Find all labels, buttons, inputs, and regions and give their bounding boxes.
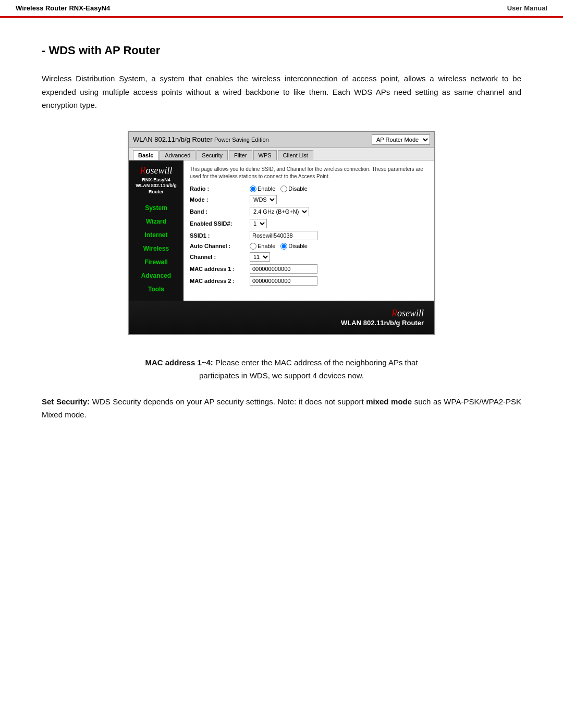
sidebar-item-advanced[interactable]: Advanced <box>129 269 183 282</box>
sidebar-item-internet[interactable]: Internet <box>129 229 183 241</box>
router-ui-body: Rosewill RNX-EasyN4 WLAN 802.11n/b/g Rou… <box>129 161 434 301</box>
router-ui-footer: Rosewill WLAN 802.11n/b/g Router <box>129 301 434 334</box>
auto-channel-label: Auto Channel : <box>190 243 250 249</box>
sidebar-item-wizard[interactable]: Wizard <box>129 215 183 228</box>
ssid1-value <box>250 231 428 240</box>
header-brand-prefix: Wireless Router <box>16 4 67 12</box>
channel-value: 11 <box>250 252 428 262</box>
tab-security[interactable]: Security <box>197 150 228 160</box>
form-row-radio: Radio : Enable Disable <box>190 186 428 192</box>
header-manual-label: User Manual <box>507 4 547 12</box>
tab-filter[interactable]: Filter <box>229 150 252 160</box>
ssid-num-value: 1 <box>250 219 428 228</box>
ssid1-label: SSID1 : <box>190 232 250 239</box>
mac1-input[interactable] <box>250 264 317 274</box>
footer-wlan-label: WLAN 802.11n/b/g Router <box>341 319 424 327</box>
router-main-panel: This page allows you to define SSID, and… <box>183 161 434 301</box>
radio-disable-input[interactable] <box>280 186 287 192</box>
form-row-band: Band : 2.4 GHz (B+G+N) <box>190 207 428 216</box>
form-row-mac2: MAC address 2 : <box>190 276 428 286</box>
auto-channel-enable-input[interactable] <box>250 243 256 250</box>
mac-info-label: MAC address 1~4: <box>145 358 213 367</box>
form-row-auto-channel: Auto Channel : Enable Disable <box>190 243 428 250</box>
sidebar-device-model: RNX-EasyN4 <box>129 177 183 183</box>
page-content: - WDS with AP Router Wireless Distributi… <box>0 18 563 453</box>
sidebar-item-firewall[interactable]: Firewall <box>129 256 183 268</box>
router-main-description: This page allows you to define SSID, and… <box>190 166 428 180</box>
security-info-section: Set Security: WDS Security depends on yo… <box>42 395 521 422</box>
form-row-ssid-num: Enabled SSID#: 1 <box>190 219 428 228</box>
sidebar-item-tools[interactable]: Tools <box>129 283 183 295</box>
sidebar-device-name: RNX-EasyN4 WLAN 802.11n/b/g Router <box>129 177 183 195</box>
channel-label: Channel : <box>190 254 250 260</box>
security-info-label: Set Security: <box>42 397 90 406</box>
mode-select-dropdown[interactable]: AP Router Mode <box>372 134 430 145</box>
auto-channel-value: Enable Disable <box>250 243 428 250</box>
radio-disable-label[interactable]: Disable <box>280 186 308 192</box>
tab-wps[interactable]: WPS <box>253 150 277 160</box>
auto-channel-disable-input[interactable] <box>280 243 287 250</box>
footer-brand: Rosewill <box>341 308 424 319</box>
auto-channel-disable-label[interactable]: Disable <box>280 243 308 250</box>
radio-value: Enable Disable <box>250 186 428 192</box>
ssid-num-label: Enabled SSID#: <box>190 220 250 227</box>
router-ui-screenshot: WLAN 802.11n/b/g Router Power Saving Edi… <box>128 131 435 335</box>
channel-select[interactable]: 11 <box>250 252 270 262</box>
router-ui-top-bar: WLAN 802.11n/b/g Router Power Saving Edi… <box>129 132 434 148</box>
header-brand: Wireless Router RNX-EasyN4 <box>16 4 110 12</box>
radio-label: Radio : <box>190 186 250 192</box>
router-form: Radio : Enable Disable Mode : <box>190 186 428 286</box>
ssid-num-select[interactable]: 1 <box>250 219 267 228</box>
router-sidebar: Rosewill RNX-EasyN4 WLAN 802.11n/b/g Rou… <box>129 161 183 301</box>
mac1-value <box>250 264 428 274</box>
form-row-mode: Mode : WDS <box>190 195 428 204</box>
tab-basic[interactable]: Basic <box>133 150 158 160</box>
router-ui-title-suffix: Power Saving Edition <box>214 137 269 143</box>
form-row-ssid1: SSID1 : <box>190 231 428 240</box>
sidebar-menu: System Wizard Internet Wireless Firewall… <box>129 202 183 295</box>
mac-info-section: MAC address 1~4: Please enter the MAC ad… <box>42 356 521 382</box>
router-ui-title: WLAN 802.11n/b/g Router Power Saving Edi… <box>133 135 269 143</box>
mode-label: Mode : <box>190 196 250 203</box>
router-ui-nav: Basic Advanced Security Filter WPS Clien… <box>129 148 434 161</box>
mixed-mode-bold: mixed mode <box>366 397 412 406</box>
mode-value: WDS <box>250 195 428 204</box>
band-value: 2.4 GHz (B+G+N) <box>250 207 428 216</box>
router-ui-title-text: WLAN 802.11n/b/g Router <box>133 135 212 143</box>
sidebar-device-sub: WLAN 802.11n/b/g Router <box>129 183 183 195</box>
mac1-label: MAC address 1 : <box>190 266 250 272</box>
header-brand-model: RNX-EasyN4 <box>69 4 110 12</box>
mode-select[interactable]: WDS <box>250 195 277 204</box>
mac2-value <box>250 276 428 286</box>
security-info-text: WDS Security depends on your AP security… <box>42 397 521 419</box>
band-select[interactable]: 2.4 GHz (B+G+N) <box>250 207 309 216</box>
sidebar-item-wireless[interactable]: Wireless <box>129 242 183 255</box>
tab-advanced[interactable]: Advanced <box>160 150 195 160</box>
band-label: Band : <box>190 208 250 215</box>
mac2-label: MAC address 2 : <box>190 278 250 284</box>
auto-channel-enable-label[interactable]: Enable <box>250 243 275 250</box>
radio-enable-label[interactable]: Enable <box>250 186 275 192</box>
ssid1-input[interactable] <box>250 231 317 240</box>
form-row-channel: Channel : 11 <box>190 252 428 262</box>
page-header: Wireless Router RNX-EasyN4 User Manual <box>0 0 563 18</box>
tab-client-list[interactable]: Client List <box>278 150 313 160</box>
sidebar-brand-logo: Rosewill <box>140 166 172 175</box>
radio-enable-input[interactable] <box>250 186 256 192</box>
form-row-mac1: MAC address 1 : <box>190 264 428 274</box>
section-title: - WDS with AP Router <box>42 44 521 57</box>
mac2-input[interactable] <box>250 276 317 286</box>
mac-info-text: Please enter the MAC address of the neig… <box>199 358 418 380</box>
section-body: Wireless Distribution System, a system t… <box>42 72 521 112</box>
sidebar-item-system[interactable]: System <box>129 202 183 214</box>
